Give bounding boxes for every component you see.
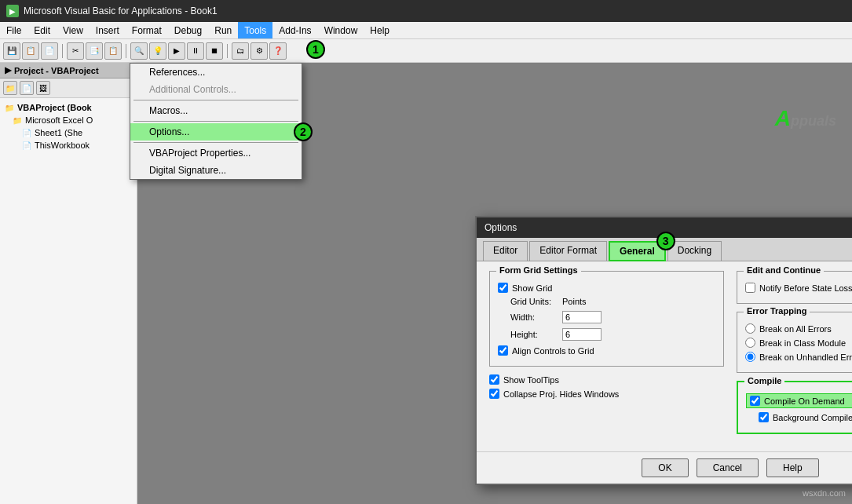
toolbar: 💾 📋 📄 ✂ 📑 📋 🔍 💡 ▶ ⏸ ⏹ 🗂 ⚙ ❓ <box>0 39 852 63</box>
dialog-right-section: Edit and Continue Notify Before State Lo… <box>737 271 852 442</box>
grid-units-row: Grid Units: Points <box>498 297 715 306</box>
menu-view[interactable]: View <box>57 22 90 38</box>
menu-file[interactable]: File <box>0 22 27 38</box>
dropdown-macros[interactable]: Macros... <box>130 102 302 119</box>
menu-format[interactable]: Format <box>126 22 168 38</box>
panel-btn-3[interactable]: 🖼 <box>36 81 50 95</box>
edit-continue-group: Edit and Continue Notify Before State Lo… <box>737 271 852 304</box>
tree-item-vbaproject[interactable]: 📁 VBAProject (Book <box>3 101 133 114</box>
toolbar-btn-7[interactable]: ▶ <box>168 42 185 60</box>
dropdown-sep-2 <box>133 121 298 122</box>
show-tooltips-label: Show ToolTips <box>503 375 559 385</box>
toolbar-btn-2[interactable]: 📋 <box>22 42 39 60</box>
toolbar-sep-3 <box>227 44 228 58</box>
panel-btn-1[interactable]: 📁 <box>3 81 17 95</box>
collapse-proj-checkbox[interactable] <box>489 389 499 399</box>
break-all-errors-label: Break on All Errors <box>759 324 832 334</box>
height-label: Height: <box>510 330 558 339</box>
show-grid-label: Show Grid <box>512 283 552 293</box>
dropdown-references[interactable]: References... <box>130 64 302 81</box>
dialog-tabs: Editor Editor Format General 3 Docking <box>477 238 852 261</box>
right-content: Appuals 1 References... Additional Contr… <box>137 63 852 504</box>
break-unhandled-errors-radio[interactable] <box>745 352 755 362</box>
break-all-errors-radio[interactable] <box>745 323 755 334</box>
tab-docking[interactable]: Docking <box>667 241 722 261</box>
tools-dropdown-menu: 1 References... Additional Controls... M… <box>130 63 302 180</box>
compile-label: Compile <box>744 376 784 385</box>
error-trapping-group: Error Trapping Break on All Errors Break… <box>737 312 852 373</box>
background-compile-row: Background Compile <box>746 412 852 422</box>
left-panel: ▶ Project - VBAProject 📁 📄 🖼 📁 VBAProjec… <box>0 63 137 504</box>
tree-item-sheet1[interactable]: 📄 Sheet1 (She <box>3 126 133 139</box>
menu-debug[interactable]: Debug <box>168 22 208 38</box>
align-controls-checkbox[interactable] <box>498 345 508 356</box>
grid-units-label: Grid Units: <box>510 297 558 306</box>
app-icon: ▶ <box>6 5 19 17</box>
dialog-content: Form Grid Settings Show Grid Grid Units:… <box>477 261 852 451</box>
menu-insert[interactable]: Insert <box>90 22 126 38</box>
form-grid-settings-content: Show Grid Grid Units: Points Width: <box>490 272 723 366</box>
collapse-proj-row: Collapse Proj. Hides Windows <box>489 389 724 399</box>
tab-editor[interactable]: Editor <box>483 241 528 261</box>
edit-continue-label: Edit and Continue <box>744 265 824 275</box>
options-dialog: Options ✕ Editor Editor Format General 3… <box>475 216 852 485</box>
toolbar-btn-3[interactable]: 📄 <box>41 42 58 60</box>
show-tooltips-checkbox[interactable] <box>489 374 499 385</box>
notify-state-loss-checkbox[interactable] <box>745 283 755 293</box>
project-arrow: ▶ <box>5 65 11 75</box>
break-class-module-row: Break in Class Module <box>745 338 852 348</box>
dropdown-digital-signature[interactable]: Digital Signature... <box>130 162 302 179</box>
background-compile-checkbox[interactable] <box>759 412 769 422</box>
toolbar-btn-6[interactable]: 💡 <box>149 42 166 60</box>
show-grid-checkbox[interactable] <box>498 283 508 293</box>
toolbar-btn-paste[interactable]: 📋 <box>104 42 122 60</box>
compile-group: Compile Compile On Demand 4 <box>737 381 852 434</box>
menu-tools[interactable]: Tools <box>238 22 272 38</box>
width-input[interactable] <box>562 311 602 323</box>
step-badge-3: 3 <box>656 232 675 250</box>
tab-editor-format[interactable]: Editor Format <box>529 241 607 261</box>
toolbar-btn-11[interactable]: ⚙ <box>250 42 268 60</box>
notify-state-loss-label: Notify Before State Loss <box>759 283 852 293</box>
help-button[interactable]: Help <box>766 458 819 477</box>
menu-window[interactable]: Window <box>318 22 364 38</box>
error-trapping-content: Break on All Errors Break in Class Modul… <box>737 312 852 372</box>
dropdown-sep-1 <box>133 100 298 100</box>
break-class-module-radio[interactable] <box>745 338 755 348</box>
dropdown-sep-3 <box>133 142 298 143</box>
menu-addins[interactable]: Add-Ins <box>272 22 317 38</box>
compile-on-demand-checkbox[interactable] <box>750 396 760 406</box>
toolbar-btn-12[interactable]: ❓ <box>269 42 287 60</box>
toolbar-btn-copy[interactable]: 📑 <box>86 42 103 60</box>
menu-run[interactable]: Run <box>208 22 238 38</box>
tab-general[interactable]: General 3 <box>609 241 666 261</box>
main-area: ▶ Project - VBAProject 📁 📄 🖼 📁 VBAProjec… <box>0 63 852 504</box>
step-badge-1: 1 <box>306 40 325 59</box>
ok-button[interactable]: OK <box>642 458 688 477</box>
break-unhandled-errors-label: Break on Unhandled Errors <box>759 352 852 362</box>
height-input[interactable] <box>562 328 602 341</box>
toolbar-btn-5[interactable]: 🔍 <box>130 42 148 60</box>
height-row: Height: <box>498 328 715 341</box>
toolbar-btn-9[interactable]: ⏹ <box>206 42 223 60</box>
toolbar-btn-1[interactable]: 💾 <box>3 42 20 60</box>
dialog-left-section: Form Grid Settings Show Grid Grid Units:… <box>489 271 724 442</box>
panel-btn-2[interactable]: 📄 <box>20 81 34 95</box>
menu-edit[interactable]: Edit <box>27 22 57 38</box>
project-tree: 📁 VBAProject (Book 📁 Microsoft Excel O 📄… <box>0 98 137 504</box>
menu-bar: File Edit View Insert Format Debug Run T… <box>0 22 852 39</box>
toolbar-btn-10[interactable]: 🗂 <box>232 42 249 60</box>
title-bar-text: Microsoft Visual Basic for Applications … <box>24 5 218 16</box>
dropdown-vba-properties[interactable]: VBAProject Properties... <box>130 144 302 162</box>
cancel-button[interactable]: Cancel <box>697 458 759 477</box>
toolbar-btn-cut[interactable]: ✂ <box>67 42 84 60</box>
tree-item-thisworkbook[interactable]: 📄 ThisWorkbook <box>3 139 133 152</box>
menu-help[interactable]: Help <box>364 22 396 38</box>
watermark: wsxdn.com <box>803 488 846 498</box>
toolbar-btn-8[interactable]: ⏸ <box>187 42 204 60</box>
tree-item-excel[interactable]: 📁 Microsoft Excel O <box>3 114 133 126</box>
dropdown-options[interactable]: Options... 2 <box>130 123 302 141</box>
project-header: ▶ Project - VBAProject <box>0 63 137 79</box>
title-bar: ▶ Microsoft Visual Basic for Application… <box>0 0 852 22</box>
dropdown-additional-controls[interactable]: Additional Controls... <box>130 81 302 98</box>
